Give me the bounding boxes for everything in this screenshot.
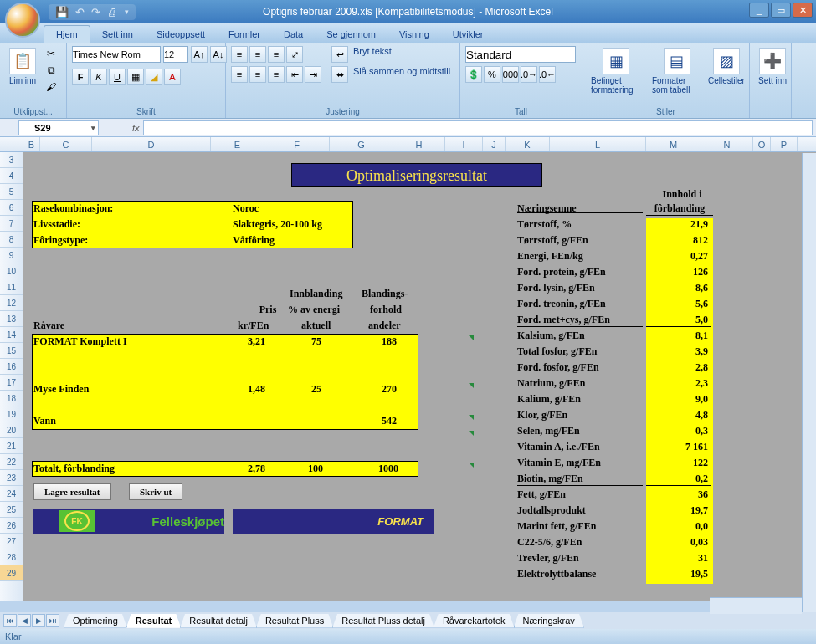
column-header[interactable]: E — [211, 137, 264, 151]
minimize-button[interactable]: _ — [749, 3, 769, 18]
print-button[interactable]: Skriv ut — [129, 483, 182, 500]
column-header[interactable]: N — [701, 137, 753, 151]
font-size-input[interactable] — [163, 46, 188, 63]
font-name-input[interactable] — [72, 46, 161, 63]
orientation-button[interactable]: ⤢ — [286, 46, 303, 63]
ribbon-tab-utvikler[interactable]: Utvikler — [441, 26, 495, 43]
ribbon-tab-sett-inn[interactable]: Sett inn — [90, 26, 145, 43]
row-header[interactable]: 16 — [0, 359, 23, 375]
paste-button[interactable]: 📋 Lim inn — [5, 46, 40, 87]
align-top-button[interactable]: ≡ — [231, 46, 248, 63]
sheet-tab-optimering[interactable]: Optimering — [64, 614, 127, 628]
ribbon-tab-formler[interactable]: Formler — [217, 26, 272, 43]
fill-color-button[interactable]: ◢ — [146, 69, 162, 85]
close-button[interactable]: ✕ — [793, 3, 813, 18]
undo-icon[interactable]: ↶ — [75, 6, 85, 18]
currency-button[interactable]: 💲 — [465, 66, 482, 83]
row-header[interactable]: 26 — [0, 518, 23, 534]
row-header[interactable]: 15 — [0, 343, 23, 359]
ribbon-tab-visning[interactable]: Visning — [387, 26, 441, 43]
row-header[interactable]: 24 — [0, 486, 23, 502]
row-header[interactable]: 7 — [0, 216, 23, 232]
last-sheet-button[interactable]: ⏭ — [46, 614, 59, 627]
save-icon[interactable]: 💾 — [55, 6, 69, 18]
row-header[interactable]: 6 — [0, 200, 23, 216]
sheet-tab-resultat-pluss[interactable]: Resultat Pluss — [256, 614, 333, 628]
horizontal-scrollbar[interactable] — [710, 597, 802, 614]
row-header[interactable]: 18 — [0, 391, 23, 406]
column-header[interactable]: H — [393, 137, 445, 151]
column-header[interactable]: C — [40, 137, 92, 151]
row-header[interactable]: 17 — [0, 375, 23, 391]
shrink-font-button[interactable]: A↓ — [210, 46, 227, 63]
sheet-tab-resultat-pluss-detalj[interactable]: Resultat Pluss detalj — [332, 614, 434, 628]
ribbon-tab-se-gjennom[interactable]: Se gjennom — [315, 26, 387, 43]
align-right-button[interactable]: ≡ — [268, 66, 285, 83]
row-header[interactable]: 25 — [0, 502, 23, 518]
column-header[interactable]: M — [646, 137, 701, 151]
name-box[interactable]: S29 — [18, 120, 99, 135]
row-header[interactable]: 9 — [0, 248, 23, 263]
insert-cells-button[interactable]: ➕Sett inn — [755, 46, 790, 87]
row-header[interactable]: 29 — [0, 565, 23, 581]
row-header[interactable]: 8 — [0, 232, 23, 248]
row-header[interactable]: 3 — [0, 152, 23, 168]
column-header[interactable]: D — [92, 137, 211, 151]
decrease-indent-button[interactable]: ⇤ — [286, 66, 303, 83]
column-header[interactable]: J — [483, 137, 506, 151]
underline-button[interactable]: U — [109, 69, 126, 85]
qat-dropdown-icon[interactable]: ▾ — [125, 8, 129, 16]
column-header[interactable]: I — [445, 137, 483, 151]
column-header[interactable]: L — [550, 137, 646, 151]
row-header[interactable]: 10 — [0, 263, 23, 279]
sheet-tab-resultat[interactable]: Resultat — [126, 614, 181, 628]
row-header[interactable]: 23 — [0, 470, 23, 486]
merge-center-button[interactable]: ⬌Slå sammen og midtstill — [331, 66, 450, 83]
row-header[interactable]: 12 — [0, 295, 23, 311]
ribbon-tab-data[interactable]: Data — [272, 26, 315, 43]
save-result-button[interactable]: Lagre resultat — [33, 483, 111, 500]
align-center-button[interactable]: ≡ — [249, 66, 266, 83]
column-header[interactable]: P — [771, 137, 798, 151]
row-header[interactable]: 11 — [0, 279, 23, 295]
sheet-tab-næringskrav[interactable]: Næringskrav — [514, 614, 584, 628]
row-header[interactable]: 20 — [0, 422, 23, 438]
bold-button[interactable]: F — [72, 69, 89, 85]
prev-sheet-button[interactable]: ◀ — [18, 614, 31, 627]
align-left-button[interactable]: ≡ — [231, 66, 248, 83]
format-table-button[interactable]: ▤Formater som tabell — [649, 46, 706, 96]
border-button[interactable]: ▦ — [127, 69, 144, 85]
copy-icon[interactable]: ⧉ — [44, 63, 59, 78]
cell-styles-button[interactable]: ▨Cellestiler — [709, 46, 744, 87]
increase-decimal-button[interactable]: .0→ — [521, 66, 537, 83]
column-header[interactable]: O — [753, 137, 771, 151]
sheet-tab-råvarekartotek[interactable]: Råvarekartotek — [434, 614, 515, 628]
conditional-formatting-button[interactable]: ▦Betinget formatering — [588, 46, 645, 96]
ribbon-tab-hjem[interactable]: Hjem — [44, 25, 90, 43]
italic-button[interactable]: K — [90, 69, 107, 85]
vertical-scrollbar[interactable] — [802, 153, 816, 612]
percent-button[interactable]: % — [484, 66, 500, 83]
wrap-text-button[interactable]: ↩Bryt tekst — [331, 46, 450, 63]
column-header[interactable]: K — [506, 137, 550, 151]
fx-icon[interactable]: fx — [132, 123, 140, 133]
column-header[interactable]: G — [330, 137, 393, 151]
row-header[interactable]: 27 — [0, 534, 23, 549]
sheet-tab-resultat-detalj[interactable]: Resultat detalj — [180, 614, 257, 628]
row-header[interactable]: 13 — [0, 311, 23, 327]
row-header[interactable]: 22 — [0, 454, 23, 470]
ribbon-tab-sideoppsett[interactable]: Sideoppsett — [145, 26, 217, 43]
cut-icon[interactable]: ✂ — [44, 46, 59, 61]
decrease-decimal-button[interactable]: .0← — [539, 66, 556, 83]
grow-font-button[interactable]: A↑ — [191, 46, 208, 63]
formula-input[interactable] — [143, 120, 813, 135]
next-sheet-button[interactable]: ▶ — [32, 614, 45, 627]
number-format-select[interactable] — [465, 46, 576, 63]
row-header[interactable]: 28 — [0, 549, 23, 565]
format-painter-icon[interactable]: 🖌 — [44, 79, 59, 95]
increase-indent-button[interactable]: ⇥ — [305, 66, 321, 83]
font-color-button[interactable]: A — [164, 69, 181, 85]
redo-icon[interactable]: ↷ — [91, 6, 100, 18]
row-header[interactable]: 19 — [0, 406, 23, 422]
align-bottom-button[interactable]: ≡ — [268, 46, 285, 63]
